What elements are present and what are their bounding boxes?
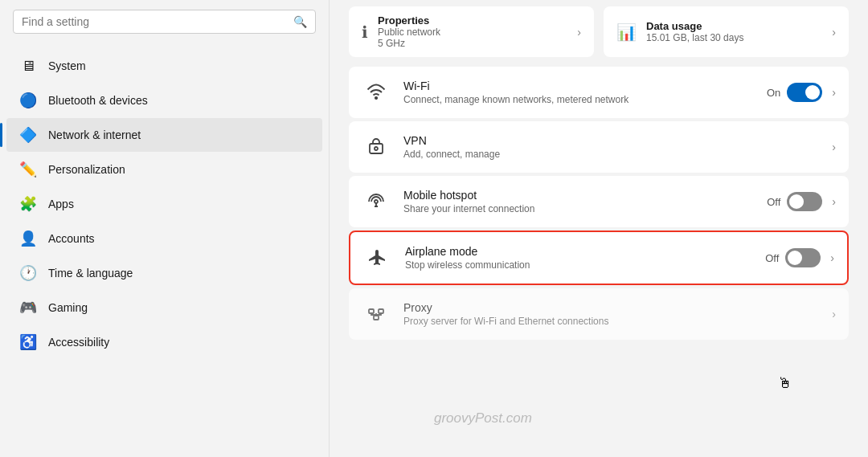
bluetooth-nav-icon: 🔵: [19, 92, 37, 109]
hotspot-icon: [362, 187, 391, 216]
main-content: ℹ Properties Public network 5 GHz › 📊 Da…: [330, 0, 868, 457]
proxy-subtitle: Proxy server for Wi-Fi and Ethernet conn…: [403, 316, 816, 327]
sidebar-item-label-network: Network & internet: [48, 129, 141, 141]
svg-rect-4: [369, 309, 374, 313]
svg-point-2: [375, 147, 378, 150]
airplane-chevron: ›: [830, 251, 834, 264]
personalization-nav-icon: ✏️: [19, 161, 37, 178]
sidebar-item-label-apps: Apps: [48, 198, 74, 210]
system-nav-icon: 🖥: [19, 57, 37, 75]
hotspot-text: Mobile hotspotShare your internet connec…: [403, 189, 754, 214]
sidebar-item-label-time: Time & language: [48, 267, 133, 280]
airplane-icon: [363, 243, 392, 272]
airplane-text: Airplane modeStop wireless communication: [405, 245, 752, 271]
vpn-right: ›: [829, 141, 836, 153]
svg-point-0: [375, 97, 377, 99]
apps-nav-icon: 🧩: [19, 195, 37, 213]
sidebar-item-label-accessibility: Accessibility: [48, 336, 109, 349]
hotspot-toggle-knob: [789, 194, 804, 209]
proxy-text: ProxyProxy server for Wi-Fi and Ethernet…: [403, 301, 816, 327]
sidebar-item-system[interactable]: 🖥System: [6, 49, 322, 83]
settings-list: Wi-FiConnect, manage known networks, met…: [349, 67, 849, 340]
accessibility-nav-icon: ♿: [19, 333, 37, 351]
airplane-title: Airplane mode: [405, 245, 752, 258]
properties-sub1: Public network: [378, 27, 567, 38]
sidebar-item-label-accounts: Accounts: [48, 232, 95, 245]
sidebar-item-label-system: System: [48, 59, 86, 72]
wifi-text: Wi-FiConnect, manage known networks, met…: [403, 80, 754, 105]
content-area: ℹ Properties Public network 5 GHz › 📊 Da…: [330, 0, 868, 457]
sidebar: 🔍 🖥System🔵Bluetooth & devices🔷Network & …: [0, 0, 330, 457]
svg-point-3: [375, 200, 378, 203]
properties-card[interactable]: ℹ Properties Public network 5 GHz ›: [349, 6, 594, 57]
vpn-title: VPN: [403, 134, 816, 147]
wifi-title: Wi-Fi: [403, 80, 754, 92]
setting-card-proxy[interactable]: ProxyProxy server for Wi-Fi and Ethernet…: [349, 288, 849, 340]
top-cards: ℹ Properties Public network 5 GHz › 📊 Da…: [349, 6, 849, 57]
data-usage-chevron: ›: [832, 26, 836, 39]
airplane-right: Off›: [765, 248, 834, 267]
hotspot-title: Mobile hotspot: [403, 189, 754, 202]
airplane-status: Off: [765, 252, 779, 264]
wifi-toggle-knob: [805, 85, 820, 100]
sidebar-item-time[interactable]: 🕐Time & language: [6, 256, 322, 290]
nav-list: 🖥System🔵Bluetooth & devices🔷Network & in…: [0, 48, 329, 360]
properties-text: Properties Public network 5 GHz: [378, 14, 567, 49]
wifi-subtitle: Connect, manage known networks, metered …: [403, 94, 754, 105]
proxy-right: ›: [829, 308, 836, 320]
vpn-subtitle: Add, connect, manage: [403, 149, 816, 160]
setting-card-hotspot[interactable]: Mobile hotspotShare your internet connec…: [349, 176, 849, 227]
properties-chevron: ›: [577, 26, 581, 39]
proxy-title: Proxy: [403, 301, 816, 314]
wifi-chevron: ›: [832, 86, 836, 99]
airplane-toggle[interactable]: [785, 248, 821, 267]
airplane-toggle-knob: [788, 251, 802, 265]
sidebar-item-label-gaming: Gaming: [48, 301, 88, 314]
search-box[interactable]: 🔍: [13, 10, 316, 34]
sidebar-item-network[interactable]: 🔷Network & internet←: [6, 118, 322, 152]
vpn-chevron: ›: [832, 141, 836, 153]
gaming-nav-icon: 🎮: [19, 299, 37, 316]
data-usage-card[interactable]: 📊 Data usage 15.01 GB, last 30 days ›: [604, 6, 849, 57]
info-icon: ℹ: [362, 22, 368, 42]
hotspot-chevron: ›: [832, 195, 836, 208]
sidebar-item-gaming[interactable]: 🎮Gaming: [6, 291, 322, 324]
setting-card-vpn[interactable]: VPNAdd, connect, manage›: [349, 121, 849, 173]
svg-rect-6: [374, 316, 379, 320]
wifi-toggle[interactable]: [787, 83, 822, 102]
hotspot-toggle[interactable]: [787, 192, 822, 211]
sidebar-item-apps[interactable]: 🧩Apps: [6, 187, 322, 221]
wifi-status: On: [767, 87, 780, 99]
svg-rect-1: [370, 144, 383, 153]
properties-sub2: 5 GHz: [378, 38, 567, 49]
sidebar-item-label-bluetooth: Bluetooth & devices: [48, 94, 148, 107]
setting-card-wifi[interactable]: Wi-FiConnect, manage known networks, met…: [349, 67, 849, 118]
vpn-text: VPNAdd, connect, manage: [403, 134, 816, 160]
sidebar-item-accounts[interactable]: 👤Accounts: [6, 222, 322, 255]
vpn-icon: [362, 133, 391, 161]
network-nav-icon: 🔷: [19, 126, 37, 144]
hotspot-subtitle: Share your internet connection: [403, 203, 754, 214]
properties-title: Properties: [378, 14, 567, 27]
sidebar-item-label-personalization: Personalization: [48, 163, 125, 176]
data-usage-icon: 📊: [616, 22, 637, 42]
accounts-nav-icon: 👤: [19, 230, 37, 247]
proxy-chevron: ›: [832, 308, 836, 320]
data-usage-text: Data usage 15.01 GB, last 30 days: [646, 20, 822, 43]
setting-card-airplane[interactable]: Airplane modeStop wireless communication…: [349, 231, 849, 285]
wifi-right: On›: [767, 83, 836, 102]
sidebar-item-accessibility[interactable]: ♿Accessibility: [6, 325, 322, 359]
proxy-icon: [362, 300, 391, 328]
sidebar-item-personalization[interactable]: ✏️Personalization: [6, 153, 322, 186]
data-usage-title: Data usage: [646, 20, 822, 32]
time-nav-icon: 🕐: [19, 264, 37, 282]
hotspot-status: Off: [767, 196, 780, 208]
data-usage-sub: 15.01 GB, last 30 days: [646, 32, 822, 43]
search-input[interactable]: [22, 15, 287, 28]
wifi-icon: [362, 78, 391, 107]
hotspot-right: Off›: [767, 192, 836, 211]
airplane-subtitle: Stop wireless communication: [405, 259, 752, 271]
sidebar-item-bluetooth[interactable]: 🔵Bluetooth & devices: [6, 84, 322, 117]
svg-rect-5: [379, 309, 383, 313]
search-icon: 🔍: [293, 15, 307, 28]
